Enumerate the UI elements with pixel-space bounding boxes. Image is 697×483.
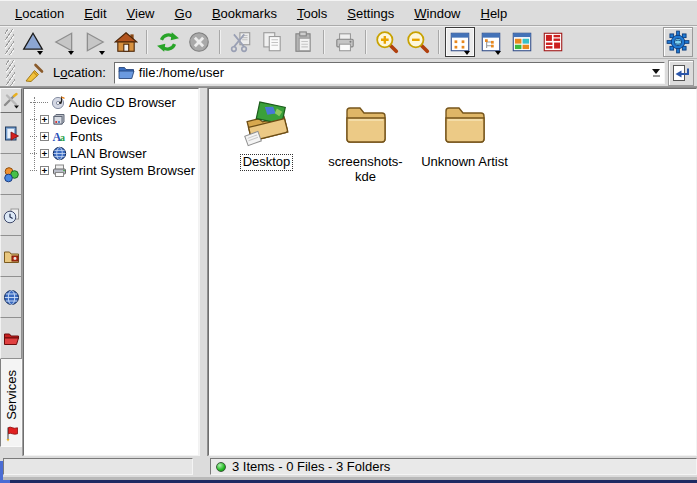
reload-button[interactable] [153,27,183,57]
multicolumn-view-icon [510,30,534,54]
location-toolbar: Location: file:/home/user [0,59,697,87]
blue-folder-icon [118,65,135,80]
tree-item-lan-browser[interactable]: + LAN Browser [26,145,196,162]
history-icon [3,207,20,224]
sidebar-tab-services-label: Services [4,370,19,420]
print-button[interactable] [330,27,360,57]
device-icon [52,112,67,127]
go-icon [671,63,691,83]
menu-tools[interactable]: Tools [288,3,336,24]
expand-toggle[interactable]: + [40,132,49,141]
folder-icon [441,99,489,149]
sidebar-tab-services[interactable]: Services [0,359,22,447]
kde-gear-icon [666,30,690,54]
sidebar-tab-network[interactable] [0,277,22,318]
folder-view[interactable]: Desktop screenshots-kde Unknown Artist [208,88,697,456]
home-icon [114,30,138,54]
toolbar-separator [438,30,440,54]
lan-globe-icon [52,146,67,161]
expand-toggle[interactable]: + [40,149,49,158]
window-bottom-edge [0,477,697,483]
toolbar-drag-handle[interactable] [6,60,15,86]
main-toolbar [0,26,697,59]
tree-guide-stub [30,170,37,171]
menu-edit[interactable]: Edit [75,3,115,24]
back-button[interactable] [49,27,79,57]
combo-dash [653,75,660,77]
file-item-screenshots-kde[interactable]: screenshots-kde [316,99,415,186]
toolbar-drag-handle[interactable] [5,29,14,55]
status-bar: 3 Items - 0 Files - 3 Folders [0,456,697,477]
sidebar-tab-root-directory[interactable] [0,318,22,359]
home-folder-icon [3,248,20,265]
sidebar-tab-devices[interactable] [0,154,22,195]
sidebar-tab-history[interactable] [0,195,22,236]
stop-button[interactable] [184,27,214,57]
tree-item-label: Devices [70,112,116,127]
icon-view-button[interactable] [445,27,475,57]
desktop-folder-icon [239,99,295,149]
sidebar-tab-home-directory[interactable] [0,236,22,277]
file-item-label: Desktop [240,154,294,171]
menu-bookmarks[interactable]: Bookmarks [203,3,286,24]
konqueror-app-button[interactable] [663,27,693,57]
paste-button[interactable] [288,27,318,57]
dropdown-arrow [99,51,105,55]
menu-help[interactable]: Help [472,3,517,24]
file-item-label: screenshots-kde [316,154,415,186]
cut-icon [229,30,253,54]
location-label: Location: [53,65,106,80]
menu-bar: Location Edit View Go Bookmarks Tools Se… [0,0,697,26]
file-item-unknown-artist[interactable]: Unknown Artist [415,99,514,171]
menu-window[interactable]: Window [405,3,469,24]
menu-location[interactable]: Location [6,3,73,24]
sidebar-tab-strip: Services [0,88,23,456]
home-button[interactable] [111,27,141,57]
panel-splitter[interactable] [199,88,208,456]
menu-view[interactable]: View [118,3,164,24]
tree-item-devices[interactable]: + Devices [26,111,196,128]
copy-button[interactable] [257,27,287,57]
tree-guide-line [34,97,35,169]
clear-broom-icon [23,62,45,84]
tree-item-print-system-browser[interactable]: + Print System Browser [26,162,196,179]
zoom-out-button[interactable] [403,27,433,57]
expand-toggle[interactable]: + [40,166,49,175]
toolbar-separator [146,30,148,54]
tree-item-label: LAN Browser [70,146,147,161]
zoom-in-button[interactable] [372,27,402,57]
location-dropdown-arrow[interactable] [648,63,664,83]
multicolumn-view-button[interactable] [507,27,537,57]
text-view-icon [541,30,565,54]
services-flag-icon [3,425,20,442]
configure-icon [3,92,20,109]
up-button[interactable] [18,27,48,57]
globe-icon [3,289,20,306]
red-folder-icon [3,330,20,347]
location-combobox[interactable]: file:/home/user [114,62,665,84]
toolbar-separator [323,30,325,54]
go-button[interactable] [668,60,694,86]
bookmarks-icon [3,125,20,142]
clear-location-button[interactable] [21,60,47,86]
tree-item-label: Fonts [70,129,103,144]
status-message-area: 3 Items - 0 Files - 3 Folders [210,458,697,475]
sidebar-tab-bookmarks[interactable] [0,113,22,154]
tree-item-audio-cd-browser[interactable]: Audio CD Browser [26,94,196,111]
menu-settings[interactable]: Settings [338,3,403,24]
zoom-out-icon [406,30,430,54]
file-item-label: Unknown Artist [418,154,511,171]
tree-guide-stub [30,102,48,103]
down-arrow-icon [652,69,660,74]
file-item-desktop[interactable]: Desktop [217,99,316,171]
cut-button[interactable] [226,27,256,57]
tree-item-fonts[interactable]: + A a Fonts [26,128,196,145]
location-input[interactable]: file:/home/user [139,65,644,80]
tree-view-button[interactable] [476,27,506,57]
reload-icon [156,30,180,54]
expand-toggle[interactable]: + [40,115,49,124]
forward-button[interactable] [80,27,110,57]
menu-go[interactable]: Go [166,3,201,24]
text-view-button[interactable] [538,27,568,57]
sidebar-configure-button[interactable] [0,88,22,113]
